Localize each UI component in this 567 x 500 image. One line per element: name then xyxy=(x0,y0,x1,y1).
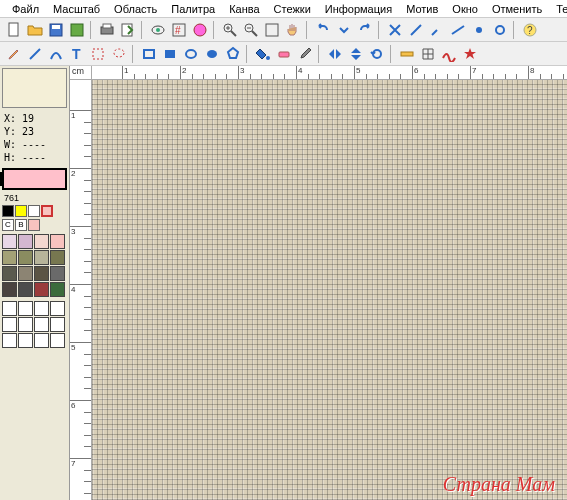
palette-swatch[interactable] xyxy=(18,282,33,297)
zoom-fit-button[interactable] xyxy=(262,20,282,40)
menu-info[interactable]: Информация xyxy=(319,2,398,16)
palette-swatch[interactable] xyxy=(2,234,17,249)
tool-ellipse[interactable] xyxy=(181,44,201,64)
stitch-quarter-button[interactable] xyxy=(427,20,447,40)
canvas-area: cm 12345678 1234567 xyxy=(70,66,567,500)
palette-swatch[interactable] xyxy=(18,234,33,249)
tool-flip-v[interactable] xyxy=(346,44,366,64)
ruler-tick: 5 xyxy=(70,342,91,352)
tool-line[interactable] xyxy=(25,44,45,64)
palette-swatch[interactable] xyxy=(34,266,49,281)
menu-undo[interactable]: Отменить xyxy=(486,2,548,16)
mini-yellow[interactable] xyxy=(15,205,27,217)
palette-swatch[interactable] xyxy=(2,266,17,281)
palette-empty[interactable] xyxy=(34,317,49,332)
tool-backstitch-mode[interactable] xyxy=(439,44,459,64)
undo-button[interactable] xyxy=(313,20,333,40)
mini-selected[interactable] xyxy=(41,205,53,217)
mini-black[interactable] xyxy=(2,205,14,217)
zoom-in-button[interactable] xyxy=(220,20,240,40)
tool-rotate[interactable] xyxy=(367,44,387,64)
design-preview[interactable] xyxy=(2,68,67,108)
tool-polygon[interactable] xyxy=(223,44,243,64)
palette-empty[interactable] xyxy=(2,317,17,332)
palette-empty[interactable] xyxy=(2,333,17,348)
menu-palette[interactable]: Палитра xyxy=(165,2,221,16)
tab-b[interactable]: B xyxy=(15,219,27,231)
menu-file[interactable]: Файл xyxy=(6,2,45,16)
svg-text:#: # xyxy=(175,25,181,36)
menu-zoom[interactable]: Масштаб xyxy=(47,2,106,16)
tab-current[interactable] xyxy=(28,219,40,231)
tool-measure[interactable] xyxy=(397,44,417,64)
tool-picker[interactable] xyxy=(295,44,315,64)
tool-curve[interactable] xyxy=(46,44,66,64)
palette-swatch[interactable] xyxy=(34,282,49,297)
palette-swatch[interactable] xyxy=(18,266,33,281)
open-button[interactable] xyxy=(25,20,45,40)
menu-area[interactable]: Область xyxy=(108,2,163,16)
menu-window[interactable]: Окно xyxy=(446,2,484,16)
new-button[interactable] xyxy=(4,20,24,40)
tool-ellipse-fill[interactable] xyxy=(202,44,222,64)
view-symbols-button[interactable]: # xyxy=(169,20,189,40)
hand-button[interactable] xyxy=(283,20,303,40)
zoom-out-button[interactable] xyxy=(241,20,261,40)
palette-empty[interactable] xyxy=(18,333,33,348)
palette-swatch[interactable] xyxy=(2,282,17,297)
palette-empty[interactable] xyxy=(34,301,49,316)
toolbar-draw: T xyxy=(0,42,567,66)
view-realistic-button[interactable] xyxy=(148,20,168,40)
stitch-back-button[interactable] xyxy=(448,20,468,40)
stitch-canvas[interactable] xyxy=(92,80,567,500)
mini-white[interactable] xyxy=(28,205,40,217)
save-button[interactable] xyxy=(46,20,66,40)
menu-motif[interactable]: Мотив xyxy=(400,2,444,16)
palette-swatch[interactable] xyxy=(2,250,17,265)
help-button[interactable]: ? xyxy=(520,20,540,40)
undo-drop-button[interactable] xyxy=(334,20,354,40)
tab-c[interactable]: C xyxy=(2,219,14,231)
palette-empty[interactable] xyxy=(18,301,33,316)
ruler-tick: 3 xyxy=(238,66,244,79)
palette-swatch[interactable] xyxy=(18,250,33,265)
palette-empty[interactable] xyxy=(50,317,65,332)
print-button[interactable] xyxy=(97,20,117,40)
tool-fill[interactable] xyxy=(253,44,273,64)
menu-canvas[interactable]: Канва xyxy=(223,2,265,16)
tool-pencil[interactable] xyxy=(4,44,24,64)
tool-text[interactable]: T xyxy=(67,44,87,64)
tool-flip-h[interactable] xyxy=(325,44,345,64)
palette-empty[interactable] xyxy=(50,333,65,348)
palette-swatch[interactable] xyxy=(34,234,49,249)
svg-point-8 xyxy=(156,28,160,32)
menu-text[interactable]: Текст xyxy=(550,2,567,16)
current-color[interactable] xyxy=(2,168,67,190)
palette-swatch[interactable] xyxy=(50,282,65,297)
menu-stitches[interactable]: Стежки xyxy=(268,2,317,16)
export-button[interactable] xyxy=(118,20,138,40)
stitch-full-button[interactable] xyxy=(385,20,405,40)
palette-empty[interactable] xyxy=(2,301,17,316)
palette-swatch[interactable] xyxy=(50,266,65,281)
palette-empty[interactable] xyxy=(18,317,33,332)
hand-icon xyxy=(285,22,301,38)
view-colors-button[interactable] xyxy=(190,20,210,40)
save-as-button[interactable] xyxy=(67,20,87,40)
tool-grid[interactable] xyxy=(418,44,438,64)
palette-swatch[interactable] xyxy=(34,250,49,265)
stitch-french-button[interactable] xyxy=(469,20,489,40)
stitch-bead-button[interactable] xyxy=(490,20,510,40)
palette-empty[interactable] xyxy=(34,333,49,348)
palette-empty[interactable] xyxy=(50,301,65,316)
tool-special[interactable] xyxy=(460,44,480,64)
tool-rect[interactable] xyxy=(139,44,159,64)
tool-rect-fill[interactable] xyxy=(160,44,180,64)
tool-eraser[interactable] xyxy=(274,44,294,64)
stitch-half-button[interactable] xyxy=(406,20,426,40)
palette-swatch[interactable] xyxy=(50,250,65,265)
tool-select-rect[interactable] xyxy=(88,44,108,64)
redo-button[interactable] xyxy=(355,20,375,40)
tool-select-free[interactable] xyxy=(109,44,129,64)
palette-swatch[interactable] xyxy=(50,234,65,249)
